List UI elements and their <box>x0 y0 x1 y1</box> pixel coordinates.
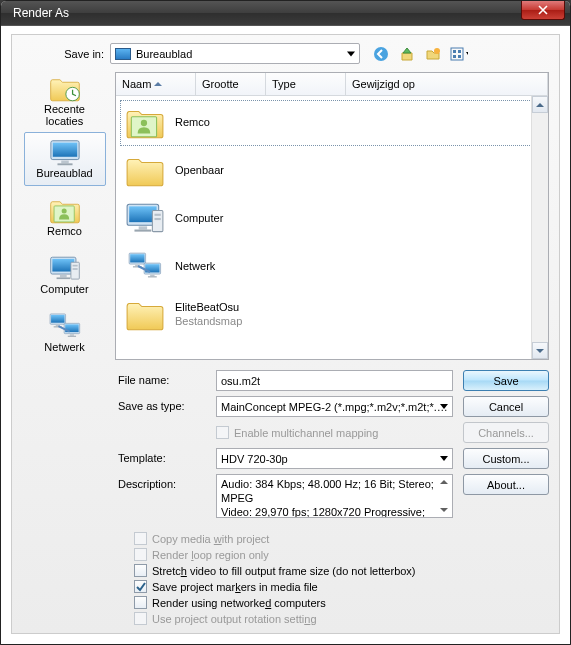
back-icon[interactable] <box>372 45 390 63</box>
svg-rect-16 <box>458 55 461 58</box>
file-item[interactable]: Computer <box>119 195 545 243</box>
file-item[interactable]: Openbaar <box>119 147 545 195</box>
custom-button[interactable]: Custom... <box>463 448 549 469</box>
save-as-type-label: Save as type: <box>118 396 206 417</box>
copy-media-checkbox: Copy media with project <box>134 532 549 545</box>
sidebar-item-computer[interactable]: Computer <box>24 248 106 302</box>
sort-asc-icon <box>154 82 162 86</box>
rotation-setting-checkbox: Use project output rotation setting <box>134 612 549 625</box>
save-markers-checkbox[interactable]: Save project markers in media file <box>134 580 549 593</box>
sidebar-item-user[interactable]: Remco <box>24 190 106 244</box>
scroll-down-button[interactable] <box>532 342 548 359</box>
sidebar-item-desktop[interactable]: Bureaublad <box>24 132 106 186</box>
file-item[interactable]: Remco <box>119 99 545 147</box>
render-loop-checkbox: Render loop region only <box>134 548 549 561</box>
save-as-type-select[interactable]: MainConcept MPEG-2 (*.mpg;*.m2v;*.m2t;*.… <box>216 396 453 417</box>
channels-button: Channels... <box>463 422 549 443</box>
template-select[interactable]: HDV 720-30p <box>216 448 453 469</box>
sidebar-item-recent[interactable]: Recente locaties <box>24 74 106 128</box>
new-folder-icon[interactable] <box>424 45 442 63</box>
close-button[interactable] <box>521 1 565 20</box>
svg-point-11 <box>434 48 440 54</box>
chevron-down-icon <box>440 456 448 461</box>
networked-render-checkbox[interactable]: Render using networked computers <box>134 596 549 609</box>
save-in-label: Save in: <box>22 48 104 60</box>
template-label: Template: <box>118 448 206 469</box>
svg-rect-15 <box>453 55 456 58</box>
col-type[interactable]: Type <box>266 73 346 95</box>
file-item[interactable]: Netwerk <box>119 243 545 291</box>
description-text: Audio: 384 Kbps; 48.000 Hz; 16 Bit; Ster… <box>216 474 453 518</box>
save-in-value: Bureaublad <box>136 48 192 60</box>
svg-rect-12 <box>451 48 463 60</box>
save-button[interactable]: Save <box>463 370 549 391</box>
chevron-down-icon <box>440 404 448 409</box>
window-title: Render As <box>13 6 69 20</box>
enable-multichannel-checkbox: Enable multichannel mapping <box>216 422 453 443</box>
stretch-video-checkbox[interactable]: Stretch video to fill output frame size … <box>134 564 549 577</box>
desc-scrollbar[interactable] <box>436 475 452 517</box>
places-sidebar: Recente locaties Bureaublad Remco Comput… <box>22 72 107 360</box>
view-menu-icon[interactable] <box>450 45 468 63</box>
file-name-label: File name: <box>118 370 206 391</box>
description-label: Description: <box>118 474 206 518</box>
monitor-icon <box>115 48 131 60</box>
scrollbar[interactable] <box>531 96 548 359</box>
col-modified[interactable]: Gewijzigd op <box>346 73 548 95</box>
titlebar: Render As <box>1 1 570 25</box>
up-icon[interactable] <box>398 45 416 63</box>
svg-rect-13 <box>453 50 456 53</box>
file-name-input[interactable]: osu.m2t <box>216 370 453 391</box>
file-item[interactable]: EliteBeatOsuBestandsmap <box>119 291 545 339</box>
scroll-up-button[interactable] <box>532 96 548 113</box>
about-button[interactable]: About... <box>463 474 549 495</box>
file-list-pane: Naam Grootte Type Gewijzigd op Remco Ope… <box>115 72 549 360</box>
sidebar-item-network[interactable]: Netwerk <box>24 306 106 360</box>
cancel-button[interactable]: Cancel <box>463 396 549 417</box>
col-name[interactable]: Naam <box>116 73 196 95</box>
svg-point-10 <box>374 47 388 61</box>
svg-rect-14 <box>458 50 461 53</box>
column-headers: Naam Grootte Type Gewijzigd op <box>116 73 548 96</box>
save-in-combo[interactable]: Bureaublad <box>110 43 360 64</box>
col-size[interactable]: Grootte <box>196 73 266 95</box>
chevron-down-icon <box>347 51 355 56</box>
